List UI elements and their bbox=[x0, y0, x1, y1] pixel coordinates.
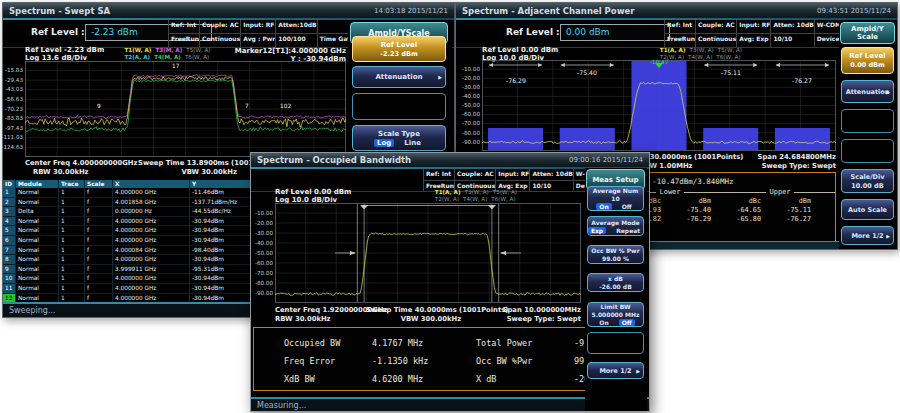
table-cell: -65.80 bbox=[717, 214, 767, 223]
table-cell: X dB bbox=[476, 374, 574, 384]
obw-limit-on-toggle[interactable]: On bbox=[596, 319, 611, 326]
acp-scale-div-button[interactable]: Scale/Div10.00 dB bbox=[841, 169, 894, 193]
acp-info-couple: Couple: AC bbox=[696, 20, 736, 34]
acp-blank-softkey bbox=[841, 139, 894, 163]
sa-scale-line-toggle[interactable]: Line bbox=[401, 139, 424, 147]
acp-sweep-type: Sweep Type: Swept bbox=[736, 162, 836, 171]
acp-ylabel: -10.00 bbox=[458, 66, 480, 72]
submenu-arrow-icon: ▶ bbox=[886, 89, 890, 95]
acp-ylabel: -90.00 bbox=[458, 139, 480, 145]
table-cell: 1 bbox=[3, 188, 16, 198]
sa-ylabel: -70.23 bbox=[1, 106, 23, 112]
table-cell: Trace bbox=[59, 180, 85, 188]
acp-upper-group-header: Upper bbox=[725, 188, 835, 196]
acp-ref-level-button[interactable]: Ref Level0.00 dBm bbox=[841, 47, 894, 74]
sa-blank-softkey bbox=[352, 93, 446, 120]
sa-rbw: RBW 30.00kHz bbox=[25, 168, 138, 177]
sa-ref-level-button[interactable]: Ref Level-2.23 dBm bbox=[352, 36, 446, 62]
obw-window: Spectrum - Occupied Bandwidth 09:00:16 2… bbox=[250, 152, 650, 412]
table-cell: Normal bbox=[16, 274, 59, 284]
submenu-arrow-icon: ▶ bbox=[886, 233, 890, 239]
obw-span: Span 10.000000MHz bbox=[486, 306, 581, 315]
table-cell: f bbox=[85, 246, 113, 256]
table-cell: 4.6200 MHz bbox=[372, 374, 476, 384]
sa-ylabel: -83.83 bbox=[1, 115, 23, 121]
obw-more-button[interactable]: More 1/2▶ bbox=[587, 362, 644, 379]
table-cell: 1 bbox=[59, 217, 85, 227]
table-cell: 4.000000 GHz bbox=[113, 284, 190, 294]
acp-info-atten: Atten: 10dB bbox=[771, 20, 813, 34]
sa-marker-tag: 102 bbox=[280, 103, 291, 109]
table-cell: 7 bbox=[3, 246, 16, 256]
table-cell: Normal bbox=[16, 188, 59, 198]
table-cell: 5 bbox=[3, 226, 16, 236]
sa-attenuation-button[interactable]: Attenuation▶ bbox=[352, 66, 446, 88]
obw-ylabel: -80.00 bbox=[251, 280, 273, 286]
sa-trace-legend: T1(W, A)T3(M, A)T5(W, A) T2(A, A)T4(M, A… bbox=[124, 47, 214, 61]
acp-ylabel: -60.00 bbox=[458, 111, 480, 117]
table-cell: Normal bbox=[16, 226, 59, 236]
sa-ylabel: -124.63 bbox=[1, 144, 23, 150]
obw-sweep-type: Sweep Type: Swept bbox=[486, 315, 581, 324]
acp-blank-softkey bbox=[841, 109, 894, 133]
obw-info-atten: Atten: 10dB bbox=[530, 169, 572, 181]
obw-avg-exp-toggle[interactable]: Exp bbox=[588, 227, 606, 234]
sa-ref-level-label: Ref Level : bbox=[31, 27, 85, 37]
acp-ref-level-input[interactable]: 0.00 dBm bbox=[560, 24, 670, 41]
sa-scale-log-toggle[interactable]: Log bbox=[374, 139, 394, 147]
table-cell: Scale bbox=[85, 180, 113, 188]
obw-timestamp: 09:00:16 2015/11/24 bbox=[569, 156, 643, 164]
table-cell: XdB BW bbox=[284, 374, 372, 384]
table-cell: 4 bbox=[3, 217, 16, 227]
sa-window-title: Spectrum - Swept SA bbox=[9, 6, 110, 16]
obw-blank-softkey bbox=[587, 332, 644, 354]
sa-info-ref: Ref: Int bbox=[169, 20, 199, 34]
acp-window-title: Spectrum - Adjacent Channel Power bbox=[462, 6, 634, 16]
table-cell: 9 bbox=[3, 265, 16, 275]
obw-avg-repeat-toggle[interactable]: Repeat bbox=[613, 227, 643, 234]
table-cell: -76.27 bbox=[767, 214, 817, 223]
acp-ampld-yscale-button[interactable]: Ampld/Y Scale bbox=[840, 22, 895, 44]
table-cell: f bbox=[85, 265, 113, 275]
table-cell: 4.000000 GHz bbox=[113, 255, 190, 265]
obw-window-title: Spectrum - Occupied Bandwidth bbox=[257, 155, 411, 165]
table-cell: 3.999911 GHz bbox=[113, 265, 190, 275]
obw-average-mode-button[interactable]: Average Mode ExpRepeat bbox=[587, 216, 644, 236]
acp-attenuation-button[interactable]: Attenuation▶ bbox=[841, 80, 894, 103]
sa-scale-type-button[interactable]: Scale Type LogLine bbox=[352, 125, 446, 151]
sa-ylabel: -56.63 bbox=[1, 96, 23, 102]
obw-titlebar: Spectrum - Occupied Bandwidth 09:00:16 2… bbox=[251, 153, 649, 167]
sa-status-text: Sweeping... bbox=[9, 306, 56, 315]
table-cell: 4.000000 GHz bbox=[113, 217, 190, 227]
acp-ylabel: -70.00 bbox=[458, 120, 480, 126]
table-cell: f bbox=[85, 255, 113, 265]
obw-limit-off-toggle[interactable]: Off bbox=[619, 319, 635, 326]
obw-occ-bw-pwr-button[interactable]: Occ BW % Pwr 99.00 % bbox=[587, 245, 644, 264]
table-cell: f bbox=[85, 284, 113, 294]
acp-auto-scale-button[interactable]: Auto Scale bbox=[841, 199, 894, 220]
obw-status-text: Measuring... bbox=[257, 401, 306, 410]
obw-limit-bw-button[interactable]: Limit BW 5.000000 MHz OnOff bbox=[587, 302, 644, 327]
obw-average-num-button[interactable]: Average Num 10 OnOff bbox=[587, 186, 644, 211]
obw-avg-on-toggle[interactable]: On bbox=[596, 203, 611, 210]
table-cell: 1 bbox=[59, 265, 85, 275]
table-cell: 4.000000 GHz bbox=[113, 188, 190, 198]
obw-vbw: VBW 300.00kHz bbox=[366, 315, 496, 324]
table-cell: 10 bbox=[3, 274, 16, 284]
sa-ylabel: -111.03 bbox=[1, 134, 23, 140]
obw-xdb-button[interactable]: x dB -26.00 dB bbox=[587, 273, 644, 292]
acp-plot-overlay: -76.29 -75.40 -75.11 -76.27 -10.47 bbox=[482, 60, 836, 151]
sa-marker-tag: 17 bbox=[172, 63, 179, 69]
obw-avg-off-toggle[interactable]: Off bbox=[619, 203, 635, 210]
sa-marker-tag: 9 bbox=[97, 103, 101, 109]
obw-ylabel: -40.00 bbox=[251, 240, 273, 246]
sa-info-couple: Couple: AC bbox=[200, 20, 240, 34]
sa-center-freq: Center Freq 4.000000000GHz bbox=[25, 159, 138, 168]
acp-ref-level-label: Ref Level : bbox=[506, 27, 560, 37]
acp-ylabel: -30.00 bbox=[458, 84, 480, 90]
acp-more-button[interactable]: More 1/2▶ bbox=[841, 226, 894, 245]
table-cell: 4.000084 GHz bbox=[113, 246, 190, 256]
obw-ylabel: -60.00 bbox=[251, 260, 273, 266]
table-cell: Total Power bbox=[476, 338, 574, 348]
acp-ylabel: -40.00 bbox=[458, 93, 480, 99]
